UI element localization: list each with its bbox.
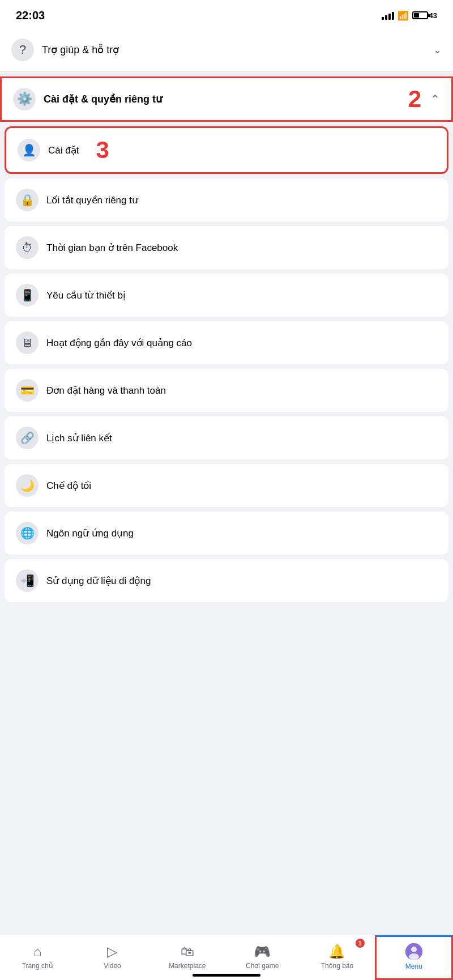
signal-icon (382, 11, 394, 20)
time-on-facebook-row[interactable]: ⏱ Thời gian bạn ở trên Facebook (5, 226, 448, 269)
person-icon: 👤 (18, 139, 40, 161)
time-on-facebook-label: Thời gian bạn ở trên Facebook (46, 242, 178, 254)
wifi-icon: 📶 (398, 10, 409, 21)
step-number-2: 2 (408, 87, 421, 111)
battery-icon: 43 (412, 11, 437, 20)
settings-cai-dat-row[interactable]: 👤 Cài đặt 3 (5, 126, 448, 174)
settings-header-left: ⚙️ Cài đặt & quyền riêng tư (13, 88, 162, 110)
bell-icon: 🔔 (328, 944, 345, 960)
mobile-data-label: Sử dụng dữ liệu di động (46, 575, 151, 587)
privacy-shortcut-label: Lối tắt quyền riêng tư (46, 194, 138, 206)
globe-icon: 🌐 (16, 522, 39, 544)
privacy-shortcut-row[interactable]: 🔒 Lối tắt quyền riêng tư (5, 178, 448, 221)
link-history-row[interactable]: 🔗 Lịch sử liên kết (5, 416, 448, 459)
help-icon: ? (11, 39, 34, 61)
status-icons: 📶 43 (382, 10, 437, 21)
settings-sub-items: 👤 Cài đặt 3 🔒 Lối tắt quyền riêng tư ⏱ T… (0, 126, 453, 607)
gaming-icon: 🎮 (254, 944, 271, 960)
status-time: 22:03 (16, 9, 45, 22)
chevron-up-icon: ⌃ (430, 92, 440, 106)
moon-icon: 🌙 (16, 474, 39, 497)
nav-home[interactable]: ⌂ Trang chủ (0, 935, 75, 980)
orders-payment-row[interactable]: 💳 Đơn đặt hàng và thanh toán (5, 369, 448, 412)
main-content: ? Trợ giúp & hỗ trợ ⌄ ⚙️ Cài đặt & quyền… (0, 28, 453, 652)
orders-payment-label: Đơn đặt hàng và thanh toán (46, 385, 166, 397)
bottom-nav: ⌂ Trang chủ ▷ Video 🛍 Marketplace 🎮 Chơi… (0, 935, 453, 980)
lock-icon: 🔒 (16, 189, 39, 211)
avatar (405, 943, 422, 960)
dark-mode-label: Chế độ tối (46, 480, 91, 492)
dark-mode-row[interactable]: 🌙 Chế độ tối (5, 464, 448, 507)
cai-dat-label: Cài đặt (48, 144, 79, 156)
recent-activity-ads-label: Hoạt động gần đây với quảng cáo (46, 337, 192, 349)
link-history-label: Lịch sử liên kết (46, 432, 112, 444)
app-language-row[interactable]: 🌐 Ngôn ngữ ứng dụng (5, 512, 448, 555)
notification-badge: 1 (356, 939, 365, 948)
nav-notifications-label: Thông báo (321, 962, 353, 970)
nav-gaming-label: Chơi game (246, 962, 279, 970)
settings-label: Cài đặt & quyền riêng tư (44, 93, 162, 105)
link-icon: 🔗 (16, 427, 39, 449)
help-support-row[interactable]: ? Trợ giúp & hỗ trợ ⌄ (0, 28, 453, 72)
home-indicator (193, 974, 260, 977)
svg-point-2 (409, 953, 419, 960)
nav-menu[interactable]: Menu (375, 935, 453, 980)
ads-icon: 🖥 (16, 331, 39, 354)
device-request-row[interactable]: 📱 Yêu cầu từ thiết bị (5, 274, 448, 317)
recent-activity-ads-row[interactable]: 🖥 Hoạt động gần đây với quảng cáo (5, 321, 448, 364)
nav-home-label: Trang chủ (22, 962, 53, 970)
help-label: Trợ giúp & hỗ trợ (42, 44, 119, 56)
nav-marketplace-label: Marketplace (169, 962, 206, 970)
device-icon: 📱 (16, 284, 39, 306)
chevron-down-icon: ⌄ (433, 44, 442, 56)
home-icon: ⌂ (33, 944, 42, 960)
mobile-data-icon: 📲 (16, 569, 39, 592)
settings-privacy-header[interactable]: ⚙️ Cài đặt & quyền riêng tư 2 ⌃ (0, 76, 453, 122)
nav-notifications[interactable]: 🔔 Thông báo 1 (300, 935, 374, 980)
status-bar: 22:03 📶 43 (0, 0, 453, 28)
nav-menu-label: Menu (405, 962, 422, 970)
help-row-left: ? Trợ giúp & hỗ trợ (11, 39, 119, 61)
svg-point-1 (411, 947, 417, 952)
marketplace-icon: 🛍 (181, 944, 194, 960)
video-icon: ▷ (107, 944, 117, 960)
nav-video[interactable]: ▷ Video (75, 935, 149, 980)
device-request-label: Yêu cầu từ thiết bị (46, 289, 126, 301)
step-number-3: 3 (96, 138, 109, 162)
nav-video-label: Video (104, 962, 121, 970)
payment-icon: 💳 (16, 379, 39, 402)
app-language-label: Ngôn ngữ ứng dụng (46, 527, 134, 539)
settings-header-right: 2 ⌃ (408, 87, 440, 111)
clock-icon: ⏱ (16, 236, 39, 259)
mobile-data-row[interactable]: 📲 Sử dụng dữ liệu di động (5, 559, 448, 602)
gear-icon: ⚙️ (13, 88, 36, 110)
